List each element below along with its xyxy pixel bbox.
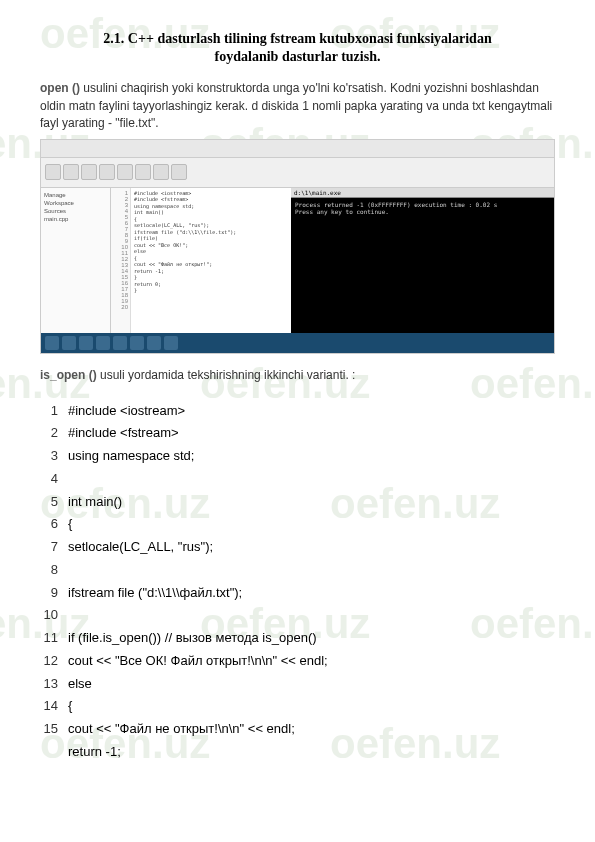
code-text: cout << "Файл не открыт!\n\n" << endl;	[68, 718, 295, 741]
line-number: 13	[40, 673, 68, 696]
line-number: 2	[40, 422, 68, 445]
toolbar-icon	[171, 164, 187, 180]
code-text: using namespace std;	[68, 445, 194, 468]
taskbar-icon	[45, 336, 59, 350]
code-row: return -1;	[40, 741, 555, 764]
code-row: 7setlocale(LC_ALL, "rus");	[40, 536, 555, 559]
toolbar-icon	[99, 164, 115, 180]
code-text: int main()	[68, 491, 122, 514]
taskbar-icon	[113, 336, 127, 350]
code-row: 6{	[40, 513, 555, 536]
ss-toolbar	[41, 158, 554, 188]
line-number	[40, 741, 68, 764]
ss-body: Manage Workspace Sources main.cpp 123456…	[41, 188, 554, 333]
toolbar-icon	[45, 164, 61, 180]
code-text: else	[68, 673, 92, 696]
heading-text-1: C++ dasturlash tilining fstream kutubxon…	[128, 31, 492, 46]
taskbar-icon	[147, 336, 161, 350]
ss-menubar	[41, 140, 554, 158]
code-row: 5int main()	[40, 491, 555, 514]
side-item: Sources	[44, 207, 107, 215]
line-number: 11	[40, 627, 68, 650]
second-paragraph: is_open () usuli yordamida tekshirishnin…	[40, 368, 555, 382]
code-row: 2#include <fstream>	[40, 422, 555, 445]
line-number: 15	[40, 718, 68, 741]
ss-code-editor: #include <iostream>#include <fstream>usi…	[131, 188, 291, 333]
line-number: 4	[40, 468, 68, 491]
code-text: setlocale(LC_ALL, "rus");	[68, 536, 213, 559]
line-number: 7	[40, 536, 68, 559]
toolbar-icon	[81, 164, 97, 180]
code-row: 14{	[40, 695, 555, 718]
ss-gutter: 1234567891011121314151617181920	[111, 188, 131, 333]
line-number: 9	[40, 582, 68, 605]
code-text: {	[68, 513, 72, 536]
section-heading: 2.1. C++ dasturlash tilining fstream kut…	[40, 30, 555, 66]
taskbar-icon	[164, 336, 178, 350]
line-number: 5	[40, 491, 68, 514]
side-item: main.cpp	[44, 215, 107, 223]
ide-screenshot: Manage Workspace Sources main.cpp 123456…	[40, 139, 555, 354]
code-row: 4	[40, 468, 555, 491]
code-text: #include <fstream>	[68, 422, 179, 445]
side-item: Workspace	[44, 199, 107, 207]
line-number: 14	[40, 695, 68, 718]
line-number: 10	[40, 604, 68, 627]
toolbar-icon	[63, 164, 79, 180]
term-line: Process returned -1 (0xFFFFFFFF) executi…	[295, 201, 550, 208]
code-row: 9ifstream file ("d:\\1\\файл.txt");	[40, 582, 555, 605]
ss-sidebar: Manage Workspace Sources main.cpp	[41, 188, 111, 333]
toolbar-icon	[153, 164, 169, 180]
code-text: if (file.is_open()) // вызов метода is_o…	[68, 627, 317, 650]
open-keyword: open ()	[40, 81, 80, 95]
line-number: 8	[40, 559, 68, 582]
line-number: 3	[40, 445, 68, 468]
code-row: 15cout << "Файл не открыт!\n\n" << endl;	[40, 718, 555, 741]
code-line: }	[134, 287, 288, 294]
intro-paragraph: open () usulini chaqirish yoki konstrukt…	[40, 80, 555, 132]
code-row: 3using namespace std;	[40, 445, 555, 468]
taskbar-icon	[79, 336, 93, 350]
page-content: 2.1. C++ dasturlash tilining fstream kut…	[0, 0, 595, 784]
code-row: 13else	[40, 673, 555, 696]
taskbar-icon	[96, 336, 110, 350]
taskbar-icon	[62, 336, 76, 350]
line-number: 6	[40, 513, 68, 536]
code-row: 8	[40, 559, 555, 582]
code-text: return -1;	[68, 741, 121, 764]
code-listing: 1#include <iostream>2#include <fstream>3…	[40, 400, 555, 764]
heading-text-2: foydalanib dasturlar tuzish.	[215, 49, 381, 64]
para2-text: usuli yordamida tekshirishning ikkinchi …	[97, 368, 356, 382]
code-row: 12cout << "Все ОК! Файл открыт!\n\n" << …	[40, 650, 555, 673]
code-row: 10	[40, 604, 555, 627]
code-text: cout << "Все ОК! Файл открыт!\n\n" << en…	[68, 650, 328, 673]
code-text: {	[68, 695, 72, 718]
ss-terminal: d:\1\main.exe Process returned -1 (0xFFF…	[291, 188, 554, 333]
code-text: #include <iostream>	[68, 400, 185, 423]
isopen-keyword: is_open ()	[40, 368, 97, 382]
toolbar-icon	[135, 164, 151, 180]
toolbar-icon	[117, 164, 133, 180]
term-title: d:\1\main.exe	[291, 188, 554, 198]
gutter-line: 20	[113, 304, 128, 310]
side-title: Manage	[44, 191, 107, 199]
heading-number: 2.1.	[103, 31, 124, 46]
paragraph-text: usulini chaqirish yoki konstruktorda ung…	[40, 81, 552, 130]
line-number: 1	[40, 400, 68, 423]
code-row: 11if (file.is_open()) // вызов метода is…	[40, 627, 555, 650]
taskbar-icon	[130, 336, 144, 350]
term-line: Press any key to continue.	[295, 208, 550, 215]
ss-taskbar	[41, 333, 554, 353]
code-row: 1#include <iostream>	[40, 400, 555, 423]
code-text: ifstream file ("d:\\1\\файл.txt");	[68, 582, 242, 605]
line-number: 12	[40, 650, 68, 673]
